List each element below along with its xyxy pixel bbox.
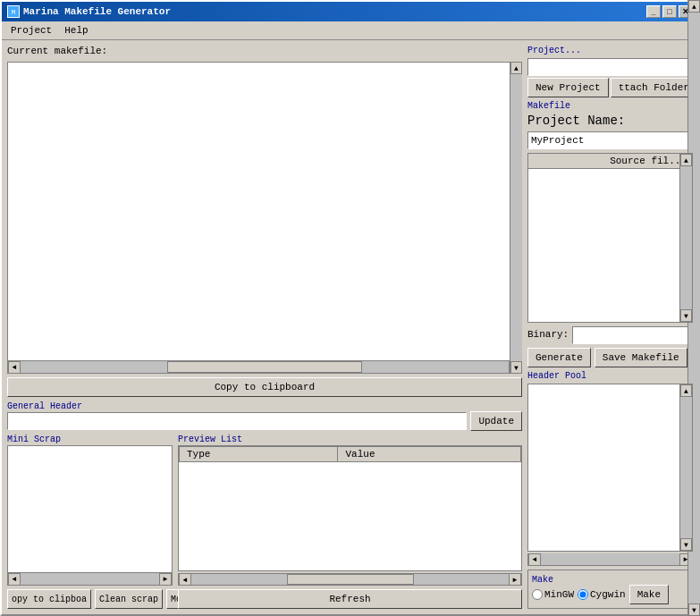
make-section: Make MinGW Cygwin Make: [527, 570, 693, 609]
preview-col-type: Type: [180, 447, 338, 462]
scrap-hscroll[interactable]: ◄ ►: [7, 573, 173, 586]
hp-hscroll[interactable]: ◄ ►: [527, 553, 693, 566]
preview-hscroll-left[interactable]: ◄: [179, 573, 191, 586]
mini-scrap-textarea[interactable]: [8, 446, 172, 572]
main-content: Current makefile: ▲ ▼ ◄ ►: [2, 40, 698, 614]
radio-mingw: MinGW: [532, 589, 574, 600]
mini-scrap-panel: Mini Scrap ▲ ▼ ◄ ►: [7, 435, 173, 609]
title-bar-left: M Marina Makefile Generator: [7, 5, 171, 18]
window-title: Marina Makefile Generator: [23, 6, 171, 17]
copy-to-clipboard-button[interactable]: Copy to clipboard: [7, 377, 522, 397]
makefile-hscroll[interactable]: ◄ ►: [7, 361, 522, 374]
makefile-scroll-area: ▲ ▼: [7, 62, 522, 361]
current-makefile-label: Current makefile:: [7, 46, 522, 56]
menu-help[interactable]: Help: [59, 23, 93, 38]
project-buttons-row: New Project ttach Folder: [527, 78, 693, 97]
project-section: Project... New Project ttach Folder: [527, 46, 693, 97]
header-pool-label: Header Pool: [527, 371, 693, 381]
general-header-row: Update: [7, 411, 522, 431]
header-pool-container: ▲ ▼: [527, 384, 693, 552]
title-bar: M Marina Makefile Generator _ □ ✕: [2, 2, 698, 21]
make-button[interactable]: Make: [629, 585, 669, 604]
update-button[interactable]: Update: [470, 411, 522, 431]
header-pool-textarea[interactable]: [528, 384, 692, 551]
binary-input[interactable]: [572, 326, 698, 344]
general-header-label: General Header: [7, 401, 82, 411]
copy-to-clipboard-small-button[interactable]: opy to clipboa: [7, 589, 91, 609]
menu-bar: Project Help: [2, 21, 698, 40]
vscroll-track: [510, 74, 522, 361]
source-files-header: Source fil...: [528, 154, 692, 169]
hscroll-track: [21, 361, 509, 373]
makefile-textarea-container: ▲ ▼ ◄ ►: [7, 62, 522, 374]
header-pool-box: ▲ ▼: [527, 384, 693, 552]
hp-vscroll-down[interactable]: ▼: [680, 538, 692, 551]
vscroll-down-arrow[interactable]: ▼: [510, 361, 522, 374]
preview-hscroll-track: [191, 574, 509, 585]
sf-vscroll-track: [680, 166, 692, 309]
clean-scrap-button[interactable]: Clean scrap: [95, 589, 163, 609]
preview-list-label: Preview List: [178, 435, 522, 444]
main-window: M Marina Makefile Generator _ □ ✕ Projec…: [0, 0, 700, 616]
source-files-vscroll[interactable]: ▲ ▼: [679, 154, 692, 322]
makefile-vscroll[interactable]: ▲ ▼: [510, 62, 522, 374]
generate-save-row: Generate Save Makefile: [527, 348, 693, 367]
minimize-button[interactable]: _: [646, 5, 661, 18]
attach-folder-button[interactable]: ttach Folder: [611, 78, 697, 97]
hp-hscroll-left[interactable]: ◄: [528, 553, 541, 566]
preview-hscroll-thumb: [287, 574, 414, 585]
scrap-bottom-buttons: opy to clipboa Clean scrap Move in Move …: [7, 589, 173, 609]
project-section-label: Project...: [527, 46, 693, 55]
general-header-input[interactable]: [7, 412, 467, 430]
hscroll-left-arrow[interactable]: ◄: [8, 361, 21, 374]
maximize-button[interactable]: □: [662, 5, 677, 18]
preview-table: Type Value: [179, 446, 521, 462]
mini-scrap-container: ▲ ▼: [7, 445, 173, 573]
scrap-hscroll-right[interactable]: ►: [159, 573, 172, 586]
makefile-textarea[interactable]: [8, 63, 521, 360]
left-panel: Current makefile: ▲ ▼ ◄ ►: [7, 46, 522, 609]
preview-hscroll[interactable]: ◄ ►: [178, 573, 522, 586]
menu-project[interactable]: Project: [5, 23, 57, 38]
scrap-hscroll-track: [21, 573, 159, 585]
preview-col-value: Value: [338, 447, 521, 462]
make-section-label: Make: [532, 575, 553, 585]
radio-mingw-input[interactable]: [532, 589, 543, 600]
header-pool-section: Header Pool ▲ ▼ ◄ ►: [527, 371, 693, 566]
hscroll-thumb: [167, 361, 362, 373]
radio-cygwin: Cygwin: [578, 589, 626, 600]
generate-button[interactable]: Generate: [527, 348, 591, 367]
refresh-button-row: Refresh: [178, 589, 522, 609]
right-panel: Project... New Project ttach Folder Make…: [527, 46, 693, 609]
radio-cygwin-label: Cygwin: [590, 589, 626, 600]
source-files-section: Source fil... ▲ ▼: [527, 153, 693, 323]
save-makefile-button[interactable]: Save Makefile: [595, 348, 687, 367]
vscroll-up-arrow[interactable]: ▲: [510, 62, 522, 74]
app-icon: M: [7, 5, 20, 18]
sf-vscroll-up[interactable]: ▲: [680, 154, 692, 166]
binary-label: Binary:: [527, 329, 569, 340]
hp-vscroll-track: [680, 397, 692, 538]
preview-hscroll-right[interactable]: ►: [509, 573, 521, 586]
preview-list-box: Type Value: [178, 445, 522, 571]
project-name-input[interactable]: [527, 131, 693, 149]
radio-cygwin-input[interactable]: [578, 589, 588, 600]
hp-vscroll-up[interactable]: ▲: [680, 384, 692, 397]
scrap-hscroll-left[interactable]: ◄: [8, 573, 21, 586]
refresh-button[interactable]: Refresh: [178, 589, 522, 609]
makefile-section: Makefile Project Name:: [527, 101, 693, 149]
hp-hscroll-track: [541, 553, 679, 565]
radio-mingw-label: MinGW: [544, 589, 574, 600]
title-buttons: _ □ ✕: [646, 5, 693, 18]
sf-vscroll-down[interactable]: ▼: [680, 309, 692, 322]
scrap-vscroll-down[interactable]: ▼: [688, 603, 698, 614]
copy-button-row: Copy to clipboard: [7, 377, 522, 397]
makefile-section-label: Makefile: [527, 101, 693, 111]
project-input[interactable]: [527, 58, 693, 76]
preview-list-panel: Preview List Type Value: [178, 435, 522, 609]
hp-vscroll[interactable]: ▲ ▼: [679, 384, 692, 551]
mini-scrap-label: Mini Scrap: [7, 435, 173, 444]
binary-row: Binary:: [527, 326, 693, 344]
general-header-section: General Header Update: [7, 401, 522, 431]
new-project-button[interactable]: New Project: [527, 78, 609, 97]
